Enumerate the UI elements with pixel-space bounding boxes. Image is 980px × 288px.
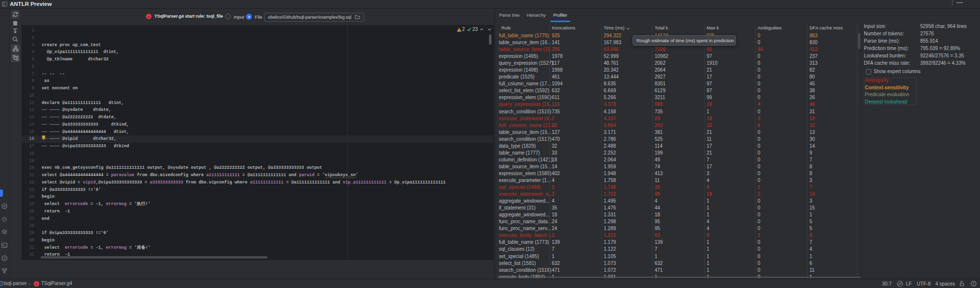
svg-text:A: A: [3, 217, 6, 222]
